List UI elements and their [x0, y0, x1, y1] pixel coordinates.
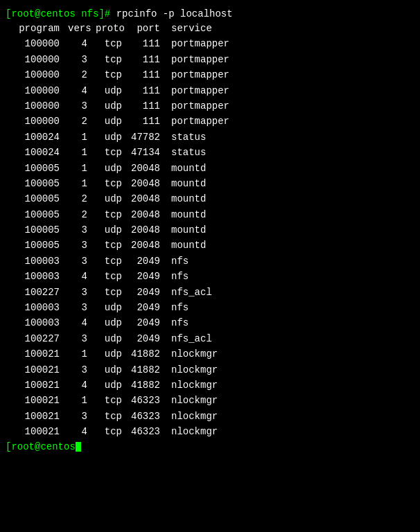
cell-proto: tcp [96, 285, 130, 300]
cell-proto: udp [96, 331, 130, 346]
cell-program: 100024 [6, 130, 68, 145]
cell-port: 111 [130, 83, 168, 98]
cell-vers: 3 [68, 52, 96, 67]
cell-program: 100003 [6, 254, 68, 269]
cell-vers: 1 [68, 145, 96, 160]
cell-service: portmapper [168, 52, 252, 67]
cell-service: portmapper [168, 83, 252, 98]
table-row: 1000052udp20048mountd [6, 191, 414, 206]
cell-service: nlockmgr [168, 393, 252, 408]
cell-service: nfs_acl [168, 285, 252, 300]
cell-service: portmapper [168, 67, 252, 82]
cursor [76, 442, 81, 452]
table-row: 1000214tcp46323nlockmgr [6, 424, 414, 439]
cell-service: nfs [168, 300, 252, 315]
cell-port: 111 [130, 114, 168, 129]
table-row: 1000004tcp111portmapper [6, 36, 414, 51]
cell-proto: tcp [96, 269, 130, 284]
cell-port: 111 [130, 98, 168, 114]
header-vers: vers [68, 21, 96, 36]
cell-vers: 1 [68, 161, 96, 176]
prompt-command: rpcinfo -p localhost [110, 8, 232, 19]
cell-proto: tcp [96, 207, 130, 222]
cell-program: 100021 [6, 424, 68, 439]
cell-program: 100003 [6, 300, 68, 315]
cell-proto: tcp [96, 145, 130, 160]
cell-proto: tcp [96, 52, 130, 67]
table-row: 1000053udp20048mountd [6, 222, 414, 238]
cell-proto: udp [96, 130, 130, 145]
cell-proto: tcp [96, 67, 130, 82]
cell-program: 100005 [6, 161, 68, 176]
cell-vers: 4 [68, 378, 96, 393]
cell-service: nlockmgr [168, 346, 252, 362]
cell-service: nlockmgr [168, 424, 252, 439]
header-proto: proto [96, 21, 130, 36]
table-row: 1000002tcp111portmapper [6, 67, 414, 82]
cell-proto: udp [96, 191, 130, 206]
cell-program: 100227 [6, 331, 68, 346]
cell-port: 2049 [130, 300, 168, 315]
header-port: port [130, 21, 168, 36]
command-line: [root@centos nfs]# rpcinfo -p localhost [6, 8, 414, 19]
cell-proto: udp [96, 315, 130, 330]
cell-proto: udp [96, 378, 130, 393]
cell-service: nfs [168, 269, 252, 284]
table-row: 1000052tcp20048mountd [6, 207, 414, 222]
cell-service: nlockmgr [168, 409, 252, 424]
cell-port: 111 [130, 67, 168, 82]
cell-program: 100021 [6, 346, 68, 362]
cell-port: 46323 [130, 393, 168, 408]
cell-service: mountd [168, 238, 252, 253]
cell-vers: 2 [68, 67, 96, 82]
cell-program: 100000 [6, 114, 68, 129]
cell-proto: udp [96, 98, 130, 114]
table-row: 1000004udp111portmapper [6, 83, 414, 98]
table-row: 1000003tcp111portmapper [6, 52, 414, 67]
cell-vers: 3 [68, 254, 96, 269]
cell-port: 47782 [130, 130, 168, 145]
cell-program: 100227 [6, 285, 68, 300]
cell-program: 100005 [6, 176, 68, 191]
cell-service: portmapper [168, 36, 252, 51]
table-row: 1000033tcp2049nfs [6, 254, 414, 269]
cell-vers: 3 [68, 238, 96, 253]
table-row: 1000211tcp46323nlockmgr [6, 393, 414, 408]
cell-program: 100005 [6, 238, 68, 253]
cell-program: 100003 [6, 315, 68, 330]
cell-port: 41882 [130, 362, 168, 378]
cell-proto: udp [96, 362, 130, 378]
cell-port: 2049 [130, 285, 168, 300]
cell-port: 20048 [130, 176, 168, 191]
cell-vers: 2 [68, 191, 96, 206]
cell-vers: 4 [68, 83, 96, 98]
table-row: 1002273tcp2049nfs_acl [6, 285, 414, 300]
cell-proto: tcp [96, 393, 130, 408]
cell-vers: 4 [68, 424, 96, 439]
cell-vers: 3 [68, 300, 96, 315]
cell-port: 20048 [130, 207, 168, 222]
cell-port: 111 [130, 52, 168, 67]
cell-port: 20048 [130, 222, 168, 238]
cell-vers: 3 [68, 285, 96, 300]
table-row: 1000003udp111portmapper [6, 98, 414, 114]
table-row: 1000241udp47782status [6, 130, 414, 145]
table-row: 1000241tcp47134status [6, 145, 414, 160]
table-row: 1000034udp2049nfs [6, 315, 414, 330]
table-header-row: program vers proto port service [6, 21, 414, 36]
cell-port: 20048 [130, 238, 168, 253]
table-row: 1000214udp41882nlockmgr [6, 378, 414, 393]
cell-proto: tcp [96, 36, 130, 51]
cell-port: 20048 [130, 161, 168, 176]
cell-vers: 3 [68, 362, 96, 378]
cell-proto: udp [96, 300, 130, 315]
cell-service: mountd [168, 207, 252, 222]
cell-service: portmapper [168, 98, 252, 114]
cell-port: 2049 [130, 269, 168, 284]
cell-port: 46323 [130, 409, 168, 424]
cell-vers: 1 [68, 346, 96, 362]
cell-vers: 4 [68, 36, 96, 51]
table-row: 1000213udp41882nlockmgr [6, 362, 414, 378]
terminal: [root@centos nfs]# rpcinfo -p localhost … [0, 6, 420, 455]
cell-proto: udp [96, 222, 130, 238]
